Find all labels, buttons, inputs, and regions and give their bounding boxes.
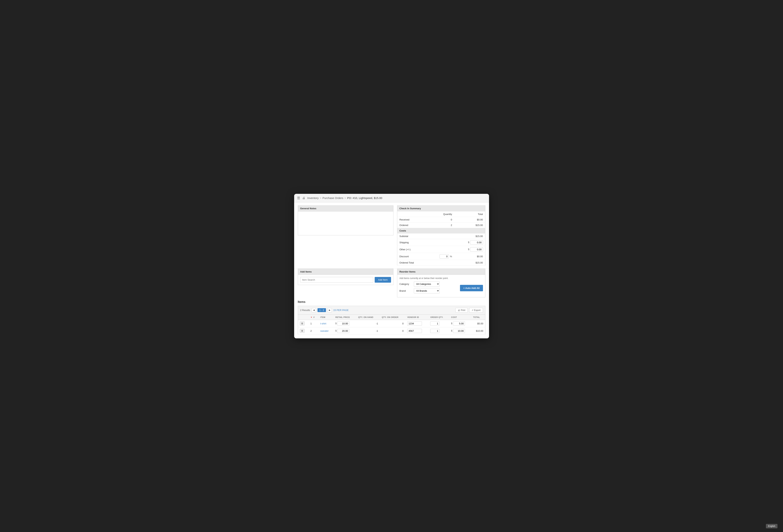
items-title: Items [298, 300, 486, 304]
row-2-num: 2 [309, 327, 318, 335]
received-total: $0.00 [454, 217, 485, 222]
costs-title: Costs [397, 228, 485, 233]
row-2-retail-price: $ [334, 327, 356, 335]
brand-select[interactable]: All Brands [414, 288, 440, 293]
add-item-button[interactable]: Add Item [375, 277, 391, 283]
row-1-item-link[interactable]: t-shirt [320, 322, 326, 325]
add-items-body: Add Item [298, 275, 394, 285]
item-search-input[interactable] [300, 277, 373, 283]
items-table: ▼ # ITEM RETAIL PRICE QTY. ON HAND QTY. … [298, 314, 486, 335]
prev-page-button[interactable]: ◀ [312, 308, 316, 312]
row-1-num: 1 [309, 320, 318, 327]
col-total-header: Total [454, 211, 485, 217]
row-1-vendor-id-input[interactable] [407, 321, 422, 326]
print-label: Print [461, 309, 465, 312]
main-window: ☰ 🖨 Inventory > Purchase Orders > PO: #1… [294, 194, 489, 338]
col-delete-header [298, 314, 309, 320]
other-input[interactable] [470, 247, 483, 252]
discount-total: $0.00 [454, 253, 485, 260]
delete-cell-1: 🗑 [298, 320, 309, 327]
row-2-total: $10.00 [471, 327, 485, 335]
brand-row: Brand All Brands [400, 288, 458, 293]
main-content: General Notes Check In Summary Quantity … [294, 202, 489, 338]
row-2-item-link[interactable]: sweater [320, 330, 329, 332]
next-page-button[interactable]: ▶ [327, 308, 332, 312]
shipping-label: Shipping [397, 239, 428, 246]
table-controls: 2 Results ◀ 1 - 2 ▶ 15 PER PAGE 🖨 Print … [298, 306, 486, 314]
general-notes-input[interactable] [298, 212, 394, 236]
reorder-items-body: Add items currently at or below their re… [397, 275, 486, 298]
ordered-total-label: Ordered Total [397, 260, 428, 265]
table-row: 🗑 1 t-shirt $ -1 0 [298, 320, 485, 327]
row-1-dollar-sign: $ [335, 322, 337, 325]
print-icon: 🖨 [458, 309, 460, 312]
col-total-header: TOTAL [471, 314, 485, 320]
delete-row-1-button[interactable]: 🗑 [300, 321, 305, 325]
col-order-qty-header: ORDER QTY. [428, 314, 449, 320]
row-1-qty-on-hand: -1 [356, 320, 380, 327]
discount-label: Discount [397, 253, 428, 260]
results-info: 2 Results ◀ 1 - 2 ▶ 15 PER PAGE [300, 308, 349, 312]
row-2-vendor-id-input[interactable] [407, 329, 422, 333]
col-label-empty [397, 211, 428, 217]
row-2-qty-on-hand: -1 [356, 327, 380, 335]
category-select[interactable]: All Categories [414, 281, 440, 287]
ordered-total-value: $15.00 [428, 260, 485, 265]
titlebar: ☰ 🖨 Inventory > Purchase Orders > PO: #1… [294, 194, 489, 202]
export-button[interactable]: ↗ Export [469, 308, 483, 313]
row-1-retail-price-input[interactable] [337, 321, 349, 326]
col-qty-on-order-header: QTY. ON ORDER [380, 314, 406, 320]
results-count: 2 Results [300, 309, 310, 312]
row-2-qty-on-order: 0 [380, 327, 406, 335]
received-label: Received [397, 217, 428, 222]
other-cell: $ [454, 246, 485, 253]
breadcrumb-inventory[interactable]: Inventory [307, 196, 319, 199]
ordered-label: Ordered [397, 222, 428, 228]
breadcrumb: Inventory > Purchase Orders > PO: #10, L… [307, 196, 382, 199]
row-2-cost-input[interactable] [453, 329, 465, 333]
breadcrumb-current: PO: #10, Lightspeed, $15.00 [347, 196, 382, 199]
check-in-summary-title: Check In Summary [397, 206, 485, 211]
category-label: Category [400, 283, 412, 285]
shipping-cell: $ [454, 239, 485, 246]
discount-inputs-cell: % [428, 253, 454, 260]
row-2-item: sweater [318, 327, 334, 335]
reorder-description: Add items currently at or below their re… [400, 277, 483, 280]
row-1-order-qty [428, 320, 449, 327]
row-1-qty-on-order: 0 [380, 320, 406, 327]
row-1-order-qty-input[interactable] [430, 321, 439, 326]
breadcrumb-sep1: > [320, 196, 321, 199]
language-badge[interactable]: English [766, 524, 778, 528]
hamburger-icon[interactable]: ☰ [297, 196, 300, 200]
percent-label: % [450, 255, 452, 258]
breadcrumb-purchase-orders[interactable]: Purchase Orders [322, 196, 343, 199]
row-1-item: t-shirt [318, 320, 334, 327]
col-qty-on-hand-header: QTY. ON HAND [356, 314, 380, 320]
export-label: Export [474, 309, 480, 312]
general-notes-header: General Notes [298, 206, 394, 212]
col-quantity-header: Quantity [428, 211, 454, 217]
discount-value-input[interactable] [440, 254, 449, 258]
shipping-input[interactable] [470, 240, 483, 245]
reorder-items-panel: Reorder Items Add items currently at or … [397, 269, 486, 298]
col-item-header: ITEM [318, 314, 334, 320]
per-page-link[interactable]: 15 PER PAGE [333, 309, 349, 312]
brand-label: Brand [400, 289, 412, 292]
subtotal-label: Subtotal [397, 233, 428, 239]
sort-icon: ▼ [310, 316, 312, 318]
inventory-icon: 🖨 [302, 196, 305, 200]
delete-row-2-button[interactable]: 🗑 [300, 329, 305, 333]
page-label: 1 - 2 [317, 308, 326, 312]
print-button[interactable]: 🖨 Print [456, 308, 468, 313]
other-label: Other (+/-) [397, 246, 428, 253]
row-1-cost-input[interactable] [453, 321, 465, 326]
auto-add-all-button[interactable]: + Auto Add All [460, 285, 483, 291]
row-1-total: $5.00 [471, 320, 485, 327]
left-panel: General Notes [298, 206, 397, 265]
table-actions: 🖨 Print ↗ Export [456, 308, 483, 313]
add-items-header: Add Items [298, 269, 394, 275]
shipping-dollar: $ [468, 241, 469, 244]
row-2-retail-price-input[interactable] [337, 329, 349, 333]
check-in-summary-table: Check In Summary Quantity Total Received… [397, 206, 486, 265]
row-2-order-qty-input[interactable] [430, 329, 439, 333]
